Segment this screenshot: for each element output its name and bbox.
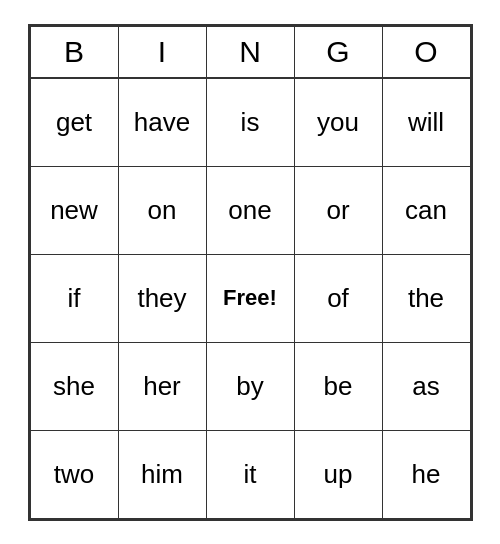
table-cell: of xyxy=(294,254,382,342)
table-row: twohimituphe xyxy=(30,430,470,518)
table-cell: is xyxy=(206,78,294,166)
header-i: I xyxy=(118,26,206,78)
table-cell: you xyxy=(294,78,382,166)
table-row: sheherbybeas xyxy=(30,342,470,430)
table-cell: her xyxy=(118,342,206,430)
table-cell: one xyxy=(206,166,294,254)
table-cell: have xyxy=(118,78,206,166)
table-cell: Free! xyxy=(206,254,294,342)
bingo-table: B I N G O gethaveisyouwillnewononeorcani… xyxy=(30,26,471,519)
table-cell: new xyxy=(30,166,118,254)
table-cell: two xyxy=(30,430,118,518)
table-cell: will xyxy=(382,78,470,166)
table-row: gethaveisyouwill xyxy=(30,78,470,166)
table-cell: he xyxy=(382,430,470,518)
header-n: N xyxy=(206,26,294,78)
table-cell: she xyxy=(30,342,118,430)
table-cell: or xyxy=(294,166,382,254)
bingo-card: B I N G O gethaveisyouwillnewononeorcani… xyxy=(28,24,473,521)
bingo-body: gethaveisyouwillnewononeorcaniftheyFree!… xyxy=(30,78,470,518)
table-cell: get xyxy=(30,78,118,166)
table-cell: on xyxy=(118,166,206,254)
table-cell: if xyxy=(30,254,118,342)
table-cell: as xyxy=(382,342,470,430)
table-cell: they xyxy=(118,254,206,342)
header-row: B I N G O xyxy=(30,26,470,78)
table-row: iftheyFree!ofthe xyxy=(30,254,470,342)
header-o: O xyxy=(382,26,470,78)
table-cell: be xyxy=(294,342,382,430)
header-b: B xyxy=(30,26,118,78)
table-cell: him xyxy=(118,430,206,518)
table-cell: by xyxy=(206,342,294,430)
table-row: newononeorcan xyxy=(30,166,470,254)
table-cell: can xyxy=(382,166,470,254)
table-cell: the xyxy=(382,254,470,342)
table-cell: it xyxy=(206,430,294,518)
table-cell: up xyxy=(294,430,382,518)
header-g: G xyxy=(294,26,382,78)
